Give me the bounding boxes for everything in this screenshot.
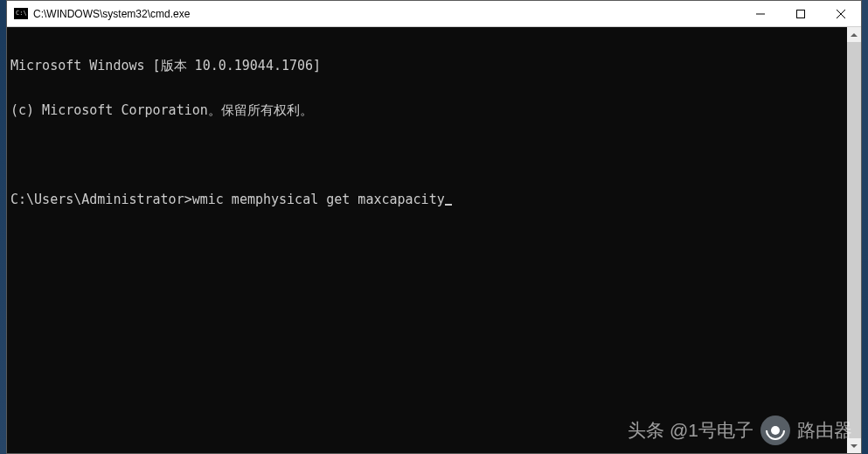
vertical-scrollbar[interactable] (847, 27, 861, 453)
scrollbar-thumb[interactable] (847, 42, 861, 438)
cmd-icon: C:\ (14, 8, 28, 19)
window-title: C:\WINDOWS\system32\cmd.exe (33, 8, 740, 20)
scroll-up-button[interactable] (847, 27, 861, 42)
blank-line (10, 148, 858, 163)
cmd-icon-glyph: C:\ (16, 10, 27, 17)
cmd-window: C:\ C:\WINDOWS\system32\cmd.exe Microsof… (6, 0, 862, 454)
watermark-badge-icon (760, 416, 790, 445)
banner-line-2: (c) Microsoft Corporation。保留所有权利。 (10, 103, 858, 118)
watermark-text-1: 头条 @1号电子 (628, 418, 753, 443)
close-button[interactable] (821, 1, 861, 26)
close-icon (837, 10, 845, 18)
terminal-output[interactable]: Microsoft Windows [版本 10.0.19044.1706] (… (7, 27, 861, 453)
typed-command: wmic memphysical get maxcapacity (192, 192, 445, 207)
banner-line-1: Microsoft Windows [版本 10.0.19044.1706] (10, 59, 858, 73)
prompt-line: C:\Users\Administrator>wmic memphysical … (10, 192, 858, 207)
watermark-badge-label: 路由器 (797, 418, 852, 443)
svg-marker-4 (851, 33, 858, 37)
scrollbar-track[interactable] (847, 42, 861, 438)
minimize-button[interactable] (740, 1, 781, 26)
maximize-button[interactable] (781, 1, 821, 26)
chevron-up-icon (851, 33, 858, 37)
prompt: C:\Users\Administrator> (10, 192, 192, 207)
watermark: 头条 @1号电子 路由器 (628, 416, 852, 445)
window-controls (740, 1, 861, 26)
titlebar[interactable]: C:\ C:\WINDOWS\system32\cmd.exe (7, 1, 861, 27)
maximize-icon (796, 10, 805, 18)
minimize-icon (756, 10, 765, 18)
svg-rect-1 (797, 10, 805, 17)
cursor (445, 204, 452, 206)
